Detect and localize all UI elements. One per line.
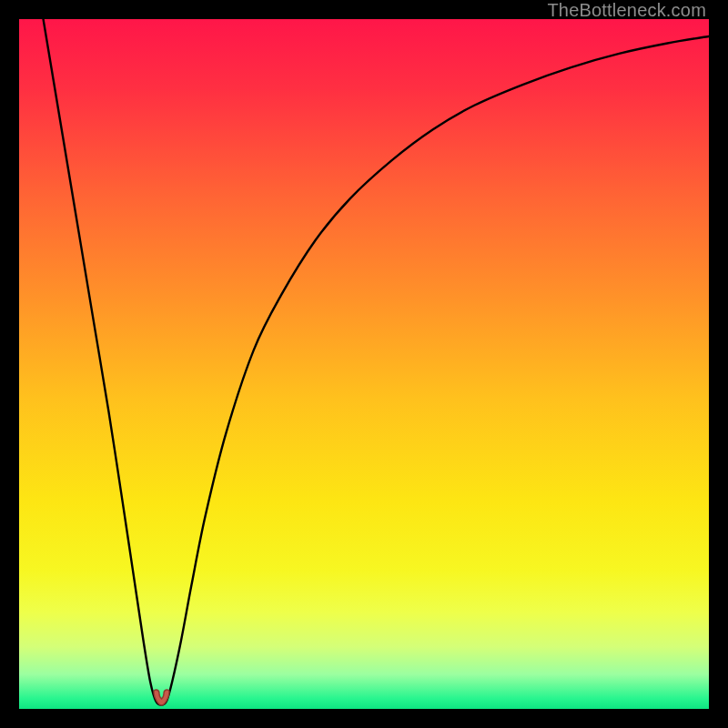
watermark: TheBottleneck.com xyxy=(547,0,706,21)
chart-frame: TheBottleneck.com xyxy=(0,0,728,728)
plot-area xyxy=(19,19,709,709)
bottleneck-curve xyxy=(19,19,709,709)
